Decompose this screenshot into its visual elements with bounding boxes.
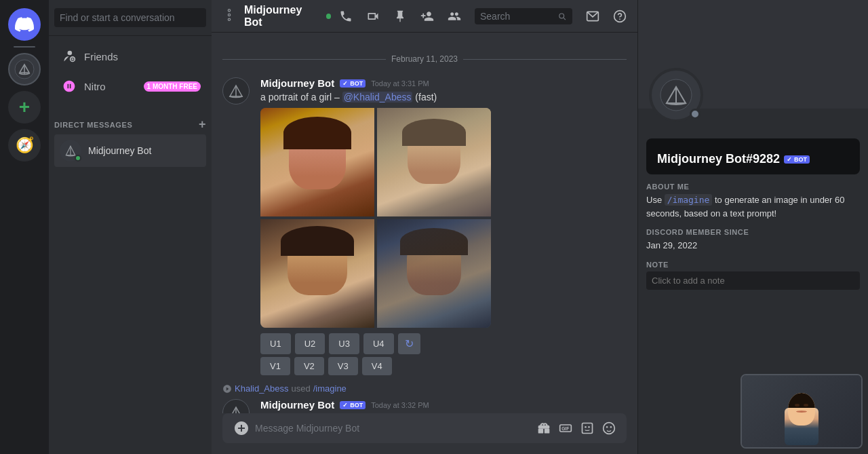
command-used: Khalid_Abess used /imagine [212, 381, 637, 396]
portrait-image-3 [260, 219, 374, 328]
chat-input-right-icons: GIF [537, 421, 616, 435]
channel-online-dot [326, 14, 331, 19]
inbox-icon-button[interactable] [586, 10, 599, 23]
dm-sidebar: Friends Nitro 1 MONTH FREE DIRECT MESSAG… [49, 0, 212, 454]
help-icon-button[interactable] [613, 10, 627, 23]
search-icon [557, 11, 567, 22]
right-panel: Midjourney Bot#9282 BOT ABOUT ME Use /im… [637, 0, 868, 454]
search-box [475, 8, 572, 24]
message-avatar-2 [222, 399, 250, 413]
bot-badge-2: BOT [340, 401, 366, 409]
member-since-title: DISCORD MEMBER SINCE [646, 228, 860, 236]
svg-point-15 [585, 426, 587, 428]
chat-input-box: GIF [222, 413, 627, 443]
profile-section-about: ABOUT ME Use /imagine to generate an ima… [638, 174, 868, 290]
direct-messages-header: DIRECT MESSAGES + [49, 107, 212, 134]
message-text-1: a portrait of a girl – @Khalid_Abess (fa… [260, 92, 627, 102]
u3-button[interactable]: U3 [329, 333, 359, 354]
nitro-icon [60, 77, 79, 96]
dm-search-bar [49, 0, 212, 36]
message-avatar-1 [222, 77, 250, 105]
channel-header: Midjourney Bot [212, 0, 637, 33]
sticker-icon[interactable] [580, 421, 594, 435]
search-input[interactable] [480, 11, 553, 22]
message-item-2: Midjourney Bot BOT Today at 3:32 PM Send… [212, 396, 637, 413]
channel-header-name: Midjourney Bot [244, 4, 318, 29]
v3-button[interactable]: V3 [328, 357, 358, 375]
profile-status-dot [690, 109, 701, 119]
u1-button[interactable]: U1 [260, 333, 291, 354]
svg-point-7 [619, 18, 620, 20]
message-content-1: Midjourney Bot BOT Today at 3:31 PM a po… [260, 77, 627, 378]
note-input[interactable] [646, 271, 860, 290]
user-status-dot [75, 155, 81, 162]
chat-input-area: GIF [212, 413, 637, 454]
gift-icon[interactable] [537, 421, 551, 435]
discord-home-button[interactable] [8, 8, 41, 41]
note-title: NOTE [646, 261, 860, 269]
emoji-icon[interactable] [602, 421, 616, 435]
command-used-label: used [292, 383, 311, 394]
svg-point-4 [228, 14, 230, 16]
add-server-button[interactable]: + [8, 91, 41, 124]
svg-point-18 [606, 426, 608, 428]
add-friend-icon-button[interactable] [420, 10, 434, 23]
message-content-2: Midjourney Bot BOT Today at 3:32 PM Send… [260, 399, 627, 413]
refresh-button[interactable]: ↻ [398, 333, 420, 354]
pin-icon-button[interactable] [393, 10, 407, 23]
message-item-1: Midjourney Bot BOT Today at 3:31 PM a po… [212, 75, 637, 381]
message-header-2: Midjourney Bot BOT Today at 3:32 PM [260, 399, 627, 411]
v4-button[interactable]: V4 [362, 357, 392, 375]
action-buttons-row2: V1 V2 V3 V4 [260, 357, 627, 375]
gif-icon[interactable]: GIF [559, 421, 572, 435]
explore-servers-button[interactable]: 🧭 [8, 129, 41, 162]
channel-bot-icon [222, 8, 236, 24]
profile-name: Midjourney Bot#9282 BOT [657, 152, 849, 166]
message-header-1: Midjourney Bot BOT Today at 3:31 PM [260, 77, 627, 89]
message-time-1: Today at 3:31 PM [371, 79, 429, 88]
member-since-date: Jan 29, 2022 [646, 239, 860, 252]
portrait-image-1 [260, 108, 374, 216]
date-divider-text: February 11, 2023 [391, 54, 458, 64]
header-icons [339, 8, 627, 24]
attachment-icon[interactable] [233, 420, 250, 436]
refresh-icon: ↻ [405, 338, 414, 349]
u2-button[interactable]: U2 [295, 333, 326, 354]
svg-rect-14 [583, 423, 593, 434]
profile-banner [638, 0, 868, 109]
command-icon [222, 384, 232, 394]
server-divider [14, 46, 35, 48]
svg-point-17 [604, 423, 615, 434]
image-grid [260, 108, 491, 328]
command-label: /imagine [313, 383, 347, 394]
message-author-1: Midjourney Bot [260, 77, 334, 89]
friends-label: Friends [84, 51, 118, 62]
date-divider: February 11, 2023 [212, 49, 637, 69]
phone-icon-button[interactable] [339, 10, 353, 23]
dm-user-midjourney[interactable]: Midjourney Bot [54, 134, 206, 167]
svg-point-19 [610, 426, 612, 428]
v1-button[interactable]: V1 [260, 357, 290, 375]
about-me-title: ABOUT ME [646, 183, 860, 191]
video-icon-button[interactable] [366, 10, 380, 23]
dm-search-input[interactable] [54, 8, 206, 27]
add-dm-button[interactable]: + [199, 117, 206, 132]
friends-icon [60, 47, 79, 66]
boat-server-icon[interactable] [8, 53, 41, 86]
members-icon-button[interactable] [448, 10, 461, 23]
svg-rect-11 [545, 429, 550, 434]
v2-button[interactable]: V2 [294, 357, 324, 375]
messages-area[interactable]: February 11, 2023 Midjourney Bot BOT Tod… [212, 33, 637, 413]
svg-rect-10 [538, 429, 544, 434]
u4-button[interactable]: U4 [363, 333, 394, 354]
nitro-label: Nitro [84, 81, 138, 92]
dm-section-friends: Friends Nitro 1 MONTH FREE [49, 36, 212, 107]
action-buttons-row1: U1 U2 U3 U4 ↻ [260, 333, 627, 354]
portrait-image-2 [377, 108, 491, 216]
code-mention: /imagine [665, 194, 713, 206]
nitro-item[interactable]: Nitro 1 MONTH FREE [54, 71, 206, 101]
chat-input[interactable] [255, 423, 532, 434]
friends-item[interactable]: Friends [54, 41, 206, 71]
chat-input-left-icons [233, 420, 250, 436]
svg-point-16 [588, 426, 590, 428]
